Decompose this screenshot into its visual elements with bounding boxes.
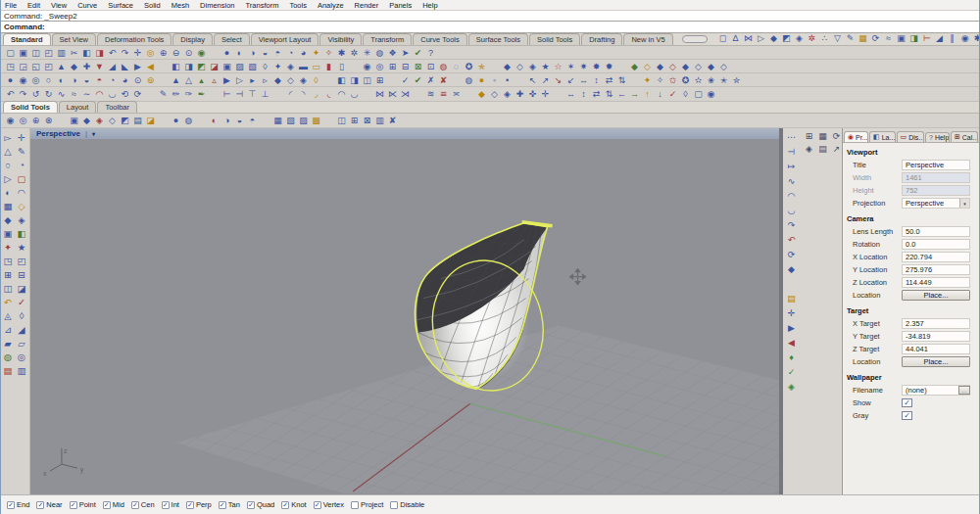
- toolbar-icon[interactable]: ◨: [907, 32, 920, 44]
- osnap-checkbox[interactable]: [247, 501, 255, 509]
- toolbar-icon[interactable]: ⇄: [590, 88, 603, 100]
- toolbar-icon[interactable]: ≈: [68, 88, 80, 100]
- toolbar-tab[interactable]: Curve Tools: [413, 33, 466, 45]
- toolbar-icon[interactable]: [208, 47, 220, 59]
- toolbar-icon[interactable]: [488, 61, 501, 72]
- tool-icon[interactable]: ★: [16, 241, 28, 254]
- toolbar-icon[interactable]: ↑: [641, 88, 654, 100]
- panel-tab[interactable]: ⊞ Cal...: [951, 131, 978, 142]
- toolbar-icon[interactable]: ▲: [170, 74, 182, 86]
- toolbar-icon[interactable]: ⊞: [386, 61, 399, 72]
- toolbar-icon[interactable]: ◎: [373, 61, 386, 72]
- toolbar-icon[interactable]: ▦: [816, 130, 829, 142]
- toolbar-icon[interactable]: ◇: [641, 61, 654, 72]
- osnap-toggle[interactable]: Disable: [390, 500, 424, 509]
- toolbar-icon[interactable]: ⊖: [170, 47, 182, 59]
- toolbar-icon[interactable]: ♦: [785, 350, 798, 363]
- toolbar-icon[interactable]: ◫: [361, 74, 373, 86]
- osnap-checkbox[interactable]: [314, 501, 321, 509]
- toolbar-icon[interactable]: ◉: [361, 61, 373, 72]
- toolbar-icon[interactable]: ✒: [195, 88, 208, 100]
- toolbar-icon[interactable]: ▸: [246, 74, 259, 86]
- tool-icon[interactable]: ○: [2, 159, 15, 171]
- osnap-checkbox[interactable]: [131, 501, 139, 509]
- tool-icon[interactable]: ▥: [16, 364, 28, 377]
- toolbar-icon[interactable]: ▦: [271, 115, 284, 126]
- osnap-toggle[interactable]: Perp: [186, 500, 212, 509]
- toolbar-icon[interactable]: ◠: [785, 189, 798, 202]
- tool-icon[interactable]: ◳: [2, 255, 15, 267]
- tool-icon[interactable]: ◎: [16, 350, 28, 363]
- toolbar-icon[interactable]: ✂: [68, 47, 80, 59]
- toolbar-icon[interactable]: ↶: [106, 47, 119, 59]
- osnap-checkbox[interactable]: [162, 501, 170, 509]
- tool-icon[interactable]: ◫: [2, 282, 15, 295]
- toolbar-icon[interactable]: ↶: [785, 233, 798, 246]
- toolbar-icon[interactable]: ◀: [785, 336, 798, 349]
- toolbar-icon[interactable]: ⇅: [615, 74, 628, 86]
- toolbar-icon[interactable]: ∿: [785, 174, 798, 187]
- toolbar-icon[interactable]: ⊕: [29, 115, 42, 126]
- toolbar-icon[interactable]: [785, 277, 798, 290]
- menu-item[interactable]: Mesh: [172, 1, 189, 10]
- tool-icon[interactable]: ▱: [16, 337, 28, 350]
- toolbar-icon[interactable]: ◝: [297, 88, 310, 100]
- toolbar-icon[interactable]: ▣: [220, 61, 233, 72]
- property-value[interactable]: Place...: [902, 290, 970, 301]
- toolbar-tab[interactable]: Deformation Tools: [97, 33, 172, 45]
- toolbar-icon[interactable]: ▭: [310, 61, 322, 72]
- property-value[interactable]: Perspective: [902, 160, 970, 170]
- toolbar-icon[interactable]: [615, 61, 628, 72]
- toolbar-icon[interactable]: ✔: [412, 74, 424, 86]
- toolbar-icon[interactable]: ▷: [755, 32, 767, 44]
- toolbar-icon[interactable]: ∼: [80, 88, 93, 100]
- toolbar-icon[interactable]: ✧: [654, 74, 666, 86]
- toolbar-icon[interactable]: ✦: [310, 47, 322, 59]
- toolbar-icon[interactable]: ↔: [577, 74, 590, 86]
- toolbar-icon[interactable]: ▽: [831, 32, 844, 44]
- property-value[interactable]: 44.041: [902, 344, 970, 354]
- toolbar-icon[interactable]: ◰: [42, 47, 55, 59]
- toolbar-tab[interactable]: Transform: [363, 33, 412, 45]
- toolbar-icon[interactable]: ✓: [785, 365, 798, 378]
- toolbar-icon[interactable]: ⊣: [233, 88, 246, 100]
- toolbar-icon[interactable]: ◎: [144, 47, 157, 59]
- toolbar-icon[interactable]: ◈: [785, 380, 798, 393]
- property-value[interactable]: 275.976: [902, 264, 970, 275]
- toolbar-icon[interactable]: ◈: [803, 143, 815, 155]
- toolbar-icon[interactable]: ↷: [119, 47, 131, 59]
- tool-icon[interactable]: ◈: [16, 213, 28, 226]
- toolbar-icon[interactable]: ▣: [895, 32, 907, 44]
- tool-icon[interactable]: ↶: [2, 296, 15, 308]
- toolbar-icon[interactable]: ◐: [55, 74, 68, 86]
- tool-icon[interactable]: ▰: [2, 337, 15, 350]
- toolbar-icon[interactable]: ◡: [785, 204, 798, 216]
- tool-icon[interactable]: ◔: [16, 159, 28, 171]
- toolbar-icon[interactable]: ◜: [284, 88, 297, 100]
- toolbar-icon[interactable]: [322, 74, 335, 86]
- toolbar-icon[interactable]: ◎: [29, 74, 42, 86]
- toolbar-icon[interactable]: ◒: [233, 115, 246, 126]
- toolbar-icon[interactable]: ✔: [412, 47, 424, 59]
- toolbar-icon[interactable]: ◆: [628, 61, 641, 72]
- tool-icon[interactable]: ◢: [16, 323, 28, 336]
- toolbar-icon[interactable]: ↷: [785, 218, 798, 231]
- toolbar-icon[interactable]: ✳: [361, 47, 373, 59]
- menu-item[interactable]: Solid: [144, 1, 161, 10]
- toolbar-icon[interactable]: ◇: [284, 74, 297, 86]
- osnap-toggle[interactable]: Knot: [281, 500, 306, 509]
- toolbar-icon[interactable]: ⊕: [157, 47, 170, 59]
- toolbar-icon[interactable]: ▴: [195, 74, 208, 86]
- toolbar-icon[interactable]: ◈: [501, 88, 514, 100]
- tool-icon[interactable]: ✎: [16, 145, 28, 158]
- toolbar-icon[interactable]: ✏: [170, 88, 182, 100]
- docked-toolbar-tab[interactable]: Toolbar: [97, 101, 137, 113]
- toolbar-icon[interactable]: ≋: [424, 88, 437, 100]
- toolbar-icon[interactable]: ◆: [679, 61, 692, 72]
- toolbar-icon[interactable]: ○: [42, 74, 55, 86]
- toolbar-icon[interactable]: ↻: [42, 88, 55, 100]
- toolbar-icon[interactable]: ⊞: [803, 130, 815, 142]
- toolbar-icon[interactable]: ↦: [785, 160, 798, 172]
- osnap-checkbox[interactable]: [103, 501, 111, 509]
- tool-icon[interactable]: ◠: [16, 186, 28, 199]
